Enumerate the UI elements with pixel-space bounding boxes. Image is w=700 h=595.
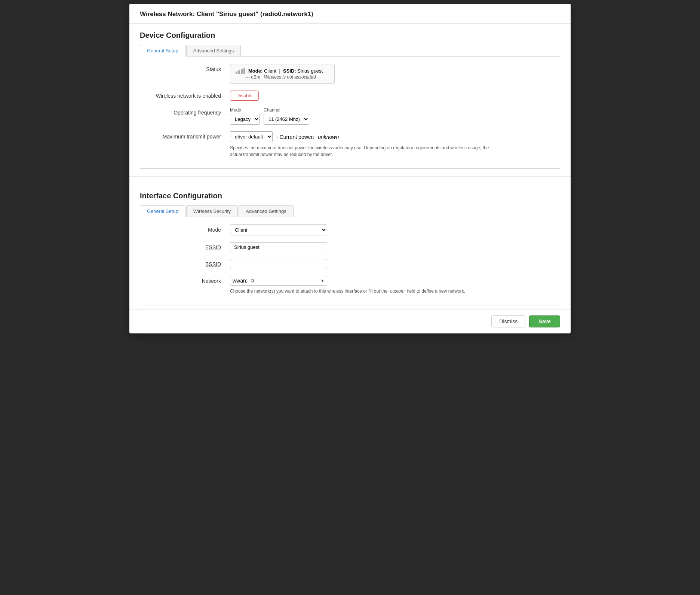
device-config-section: Device Configuration General Setup Advan…: [129, 24, 571, 173]
max-transmit-label: Maximum transmit power: [148, 131, 230, 140]
current-power-value: unknown: [318, 134, 339, 140]
power-row: driver default 1 dBm 2 dBm 5 dBm - Curre…: [230, 131, 552, 142]
bssid-label: BSSID: [148, 259, 230, 267]
gear-icon: [249, 278, 255, 284]
interface-config-tab-content: Mode Client Access Point Ad-Hoc ESSID: [140, 217, 560, 305]
tab-device-general-setup[interactable]: General Setup: [140, 45, 185, 57]
network-label: Network: [148, 276, 230, 284]
save-button[interactable]: Save: [529, 315, 560, 327]
operating-frequency-control: Mode Legacy N AC Channel 11 (24: [230, 107, 552, 125]
essid-input[interactable]: [230, 242, 327, 252]
status-row: Status Mode:: [140, 64, 560, 84]
interface-config-title: Interface Configuration: [140, 192, 560, 200]
max-transmit-control: driver default 1 dBm 2 dBm 5 dBm - Curre…: [230, 131, 552, 158]
network-control: wwan: ▼ Choose the network(s) you want t…: [230, 276, 552, 295]
mode-sublabel: Mode: [230, 107, 260, 113]
current-power-text: - Current power:: [276, 134, 314, 140]
status-line2: --- dBm Wireless is not associated: [236, 74, 329, 80]
transmit-power-select[interactable]: driver default 1 dBm 2 dBm 5 dBm: [230, 131, 273, 142]
network-value-text: wwan:: [233, 278, 248, 284]
device-config-tabs: General Setup Advanced Settings: [140, 45, 560, 57]
max-transmit-row: Maximum transmit power driver default 1 …: [140, 131, 560, 158]
modal-title-bar: Wireless Network: Client "Sirius guest" …: [129, 4, 571, 24]
device-config-tab-content: Status Mode:: [140, 57, 560, 169]
network-row: Network wwan: ▼ Choose th: [140, 276, 560, 295]
channel-select-group: Channel 11 (2462 Mhz) 1 (2412 Mhz) 6 (24…: [264, 107, 309, 125]
modal-footer: Dismiss Save: [129, 309, 571, 333]
bssid-control: [230, 259, 552, 269]
transmit-power-note: Specifies the maximum transmit power the…: [230, 144, 492, 158]
status-box: Mode: Client | SSID: Sirius guest --- dB…: [230, 64, 335, 84]
interface-config-tabs: General Setup Wireless Security Advanced…: [140, 205, 560, 217]
signal-icon: [236, 68, 245, 74]
frequency-select-group: Mode Legacy N AC Channel 11 (24: [230, 107, 552, 125]
modal-overlay: Wireless Network: Client "Sirius guest" …: [0, 0, 700, 595]
mode-row: Mode Client Access Point Ad-Hoc: [140, 225, 560, 235]
channel-select[interactable]: 11 (2462 Mhz) 1 (2412 Mhz) 6 (2437 Mhz): [264, 114, 309, 125]
section-divider: [129, 176, 571, 177]
status-control: Mode: Client | SSID: Sirius guest --- dB…: [230, 64, 552, 84]
status-label: Status: [148, 64, 230, 72]
interface-mode-select[interactable]: Client Access Point Ad-Hoc: [230, 225, 327, 235]
tab-wireless-security[interactable]: Wireless Security: [186, 205, 238, 217]
status-line1: Mode: Client | SSID: Sirius guest: [236, 68, 329, 74]
wireless-enabled-row: Wireless network is enabled Disable: [140, 91, 560, 101]
channel-sublabel: Channel: [264, 107, 309, 113]
modal-title: Wireless Network: Client "Sirius guest" …: [140, 10, 560, 18]
dismiss-button[interactable]: Dismiss: [491, 315, 525, 327]
essid-label: ESSID: [148, 242, 230, 250]
modal: Wireless Network: Client "Sirius guest" …: [129, 4, 571, 333]
status-mode-label: Mode: Client | SSID: Sirius guest: [248, 68, 323, 74]
network-help-text: Choose the network(s) you want to attach…: [230, 288, 492, 295]
mode-select[interactable]: Legacy N AC: [230, 114, 260, 125]
bssid-input[interactable]: [230, 259, 327, 269]
tab-interface-general-setup[interactable]: General Setup: [140, 205, 185, 217]
mode-control: Client Access Point Ad-Hoc: [230, 225, 552, 235]
network-select-wrapper[interactable]: wwan: ▼: [230, 276, 327, 286]
device-config-title: Device Configuration: [140, 31, 560, 40]
wireless-enabled-label: Wireless network is enabled: [148, 91, 230, 99]
operating-frequency-label: Operating frequency: [148, 107, 230, 116]
bssid-row: BSSID: [140, 259, 560, 269]
disable-button[interactable]: Disable: [230, 91, 259, 101]
wireless-enabled-control: Disable: [230, 91, 552, 101]
network-dropdown-arrow: ▼: [320, 278, 325, 283]
essid-control: [230, 242, 552, 252]
tab-device-advanced-settings[interactable]: Advanced Settings: [186, 45, 241, 56]
operating-frequency-row: Operating frequency Mode Legacy N AC: [140, 107, 560, 125]
essid-row: ESSID: [140, 242, 560, 252]
interface-config-section: Interface Configuration General Setup Wi…: [129, 184, 571, 309]
tab-interface-advanced-settings[interactable]: Advanced Settings: [239, 205, 293, 217]
mode-select-group: Mode Legacy N AC: [230, 107, 260, 125]
mode-label: Mode: [148, 225, 230, 233]
